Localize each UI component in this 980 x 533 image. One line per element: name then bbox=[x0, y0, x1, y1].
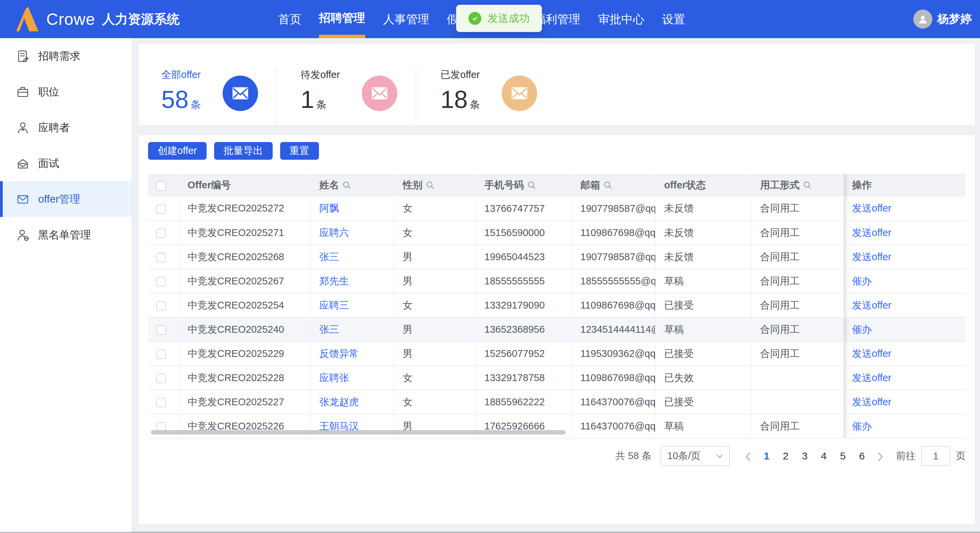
cell-employment: 合同用工 bbox=[752, 196, 843, 221]
row-action-link[interactable]: 发送offer bbox=[852, 348, 891, 359]
search-icon[interactable] bbox=[803, 181, 812, 190]
column-label: 用工形式 bbox=[760, 179, 800, 192]
column-label: 姓名 bbox=[319, 179, 339, 192]
nav-hr[interactable]: 人事管理 bbox=[383, 0, 429, 38]
col-name: 姓名 bbox=[311, 174, 394, 196]
candidate-name-link[interactable]: 张三 bbox=[319, 251, 339, 262]
candidate-name-link[interactable]: 王朝马汉 bbox=[319, 421, 359, 431]
candidate-name-link[interactable]: 郑先生 bbox=[319, 276, 349, 286]
candidate-name-link[interactable]: 应聘张 bbox=[319, 372, 349, 383]
cell-gender: 女 bbox=[394, 221, 476, 245]
horizontal-scrollbar-thumb[interactable] bbox=[151, 430, 565, 434]
row-checkbox[interactable] bbox=[156, 277, 166, 286]
row-action-link[interactable]: 催办 bbox=[852, 324, 872, 335]
page-number[interactable]: 1 bbox=[757, 450, 776, 462]
cell-phone: 18855962222 bbox=[476, 390, 572, 414]
select-all-checkbox[interactable] bbox=[156, 181, 166, 191]
row-checkbox[interactable] bbox=[156, 349, 166, 359]
table-row: 中竞发CREO2025268 张三 男 19965044523 19077985… bbox=[148, 245, 966, 269]
search-icon[interactable] bbox=[342, 181, 351, 190]
user-avatar-icon[interactable] bbox=[913, 10, 932, 29]
briefcase-icon bbox=[16, 85, 30, 99]
cell-employment: 合同用工 bbox=[752, 245, 843, 269]
page-number[interactable]: 5 bbox=[833, 450, 852, 462]
create-offer-button[interactable]: 创建offer bbox=[148, 142, 207, 160]
row-action-link[interactable]: 发送offer bbox=[852, 300, 891, 311]
nav-home[interactable]: 首页 bbox=[278, 0, 301, 38]
cell-phone: 18555555555 bbox=[476, 269, 572, 293]
sidebar-item-interview[interactable]: 面试 bbox=[0, 145, 131, 181]
next-page-button[interactable] bbox=[872, 451, 889, 462]
row-action-link[interactable]: 发送offer bbox=[852, 227, 891, 238]
candidate-name-link[interactable]: 阿飘 bbox=[319, 203, 339, 214]
page-number[interactable]: 4 bbox=[814, 450, 833, 462]
sidebar-item-blacklist[interactable]: 黑名单管理 bbox=[0, 217, 131, 253]
row-action-link[interactable]: 发送offer bbox=[852, 396, 891, 407]
row-checkbox[interactable] bbox=[156, 228, 166, 238]
cell-gender: 女 bbox=[394, 196, 476, 221]
row-checkbox[interactable] bbox=[156, 373, 166, 383]
sidebar-item-candidates[interactable]: 应聘者 bbox=[0, 110, 131, 145]
row-checkbox[interactable] bbox=[156, 253, 166, 262]
batch-export-button[interactable]: 批量导出 bbox=[214, 142, 273, 160]
search-icon[interactable] bbox=[603, 181, 612, 190]
row-action-link[interactable]: 发送offer bbox=[852, 203, 891, 214]
row-checkbox[interactable] bbox=[156, 325, 166, 335]
row-checkbox[interactable] bbox=[156, 301, 166, 311]
user-menu[interactable]: 杨梦婷 bbox=[913, 0, 972, 38]
cell-status: 已接受 bbox=[655, 293, 752, 318]
stat-value: 18 bbox=[441, 86, 468, 113]
envelope-icon bbox=[16, 192, 30, 206]
cell-email: 1907798587@qq.com bbox=[572, 245, 655, 269]
page-number[interactable]: 2 bbox=[776, 450, 795, 462]
search-icon[interactable] bbox=[527, 181, 536, 190]
sidebar-item-positions[interactable]: 职位 bbox=[0, 74, 131, 110]
search-icon[interactable] bbox=[426, 181, 435, 190]
cell-phone: 19965044523 bbox=[476, 245, 572, 269]
row-action-link[interactable]: 催办 bbox=[852, 421, 872, 431]
stat-value: 1 bbox=[301, 86, 314, 113]
goto-page-input[interactable] bbox=[921, 446, 950, 466]
row-action-link[interactable]: 发送offer bbox=[852, 251, 891, 262]
cell-phone: 13329179090 bbox=[476, 293, 572, 318]
cell-employment: 合同用工 bbox=[752, 318, 843, 342]
table-row: 中竞发CREO2025229 反馈异常 男 15256077952 119530… bbox=[148, 342, 966, 366]
candidate-name-link[interactable]: 张三 bbox=[319, 324, 339, 335]
offer-stats-card: 全部offer 58条 待发offer 1条 已发offer 18条 bbox=[139, 44, 975, 125]
page-number[interactable]: 6 bbox=[852, 450, 872, 462]
cell-gender: 女 bbox=[394, 293, 476, 318]
sidebar-item-label: 招聘需求 bbox=[38, 49, 80, 63]
nav-recruitment[interactable]: 招聘管理 bbox=[319, 0, 365, 38]
cell-email: 18555555555@qq.com bbox=[572, 269, 655, 293]
candidate-name-link[interactable]: 张龙赵虎 bbox=[319, 396, 359, 407]
crowe-logo-icon bbox=[12, 5, 40, 34]
reset-button[interactable]: 重置 bbox=[280, 142, 319, 160]
nav-settings[interactable]: 设置 bbox=[662, 0, 685, 38]
cell-phone: 13652368956 bbox=[476, 318, 572, 342]
candidate-name-link[interactable]: 反馈异常 bbox=[319, 348, 359, 359]
stat-label: 全部offer bbox=[161, 68, 201, 82]
row-checkbox[interactable] bbox=[156, 204, 166, 214]
row-action-link[interactable]: 发送offer bbox=[852, 372, 891, 383]
row-checkbox[interactable] bbox=[156, 398, 166, 407]
cell-email: 1109867698@qq.com bbox=[572, 221, 655, 245]
column-label: 操作 bbox=[852, 179, 872, 190]
prev-page-button[interactable] bbox=[739, 451, 757, 462]
cell-email: 1109867698@qq.com bbox=[572, 293, 655, 318]
candidate-name-link[interactable]: 应聘六 bbox=[319, 227, 349, 238]
table-header-row: Offer编号 姓名 性别 手机号码 邮箱 offer状态 用工形式 操作 bbox=[148, 174, 966, 196]
page-number[interactable]: 3 bbox=[795, 450, 814, 462]
total-count: 共 58 条 bbox=[616, 449, 652, 463]
user-minus-icon bbox=[16, 228, 30, 242]
cell-offer-no: 中竞发CREO2025254 bbox=[179, 293, 311, 318]
cell-email: 1164370076@qq.com bbox=[572, 414, 655, 438]
row-action-link[interactable]: 催办 bbox=[852, 276, 872, 286]
nav-approval[interactable]: 审批中心 bbox=[598, 0, 644, 38]
column-label: offer状态 bbox=[664, 179, 706, 190]
cell-gender: 男 bbox=[394, 414, 476, 438]
sidebar-item-offer[interactable]: offer管理 bbox=[0, 181, 131, 217]
user-name[interactable]: 杨梦婷 bbox=[937, 11, 972, 27]
sidebar-item-recruit-demand[interactable]: 招聘需求 bbox=[0, 38, 131, 74]
page-size-select[interactable]: 10条/页 bbox=[660, 446, 730, 466]
candidate-name-link[interactable]: 应聘三 bbox=[319, 300, 349, 311]
